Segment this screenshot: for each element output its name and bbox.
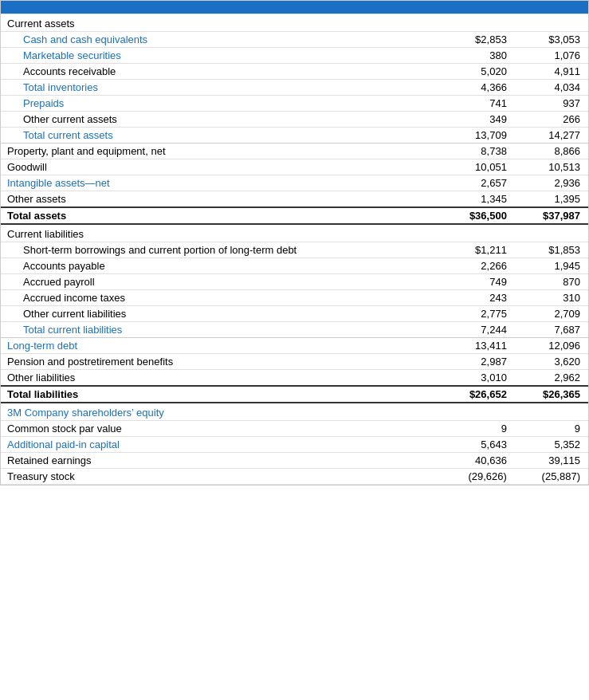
value-2017: 2,709 [515, 306, 588, 322]
value-2018: $36,500 [442, 207, 515, 224]
value-2018: 1,345 [442, 191, 515, 208]
value-2018: $26,652 [442, 386, 515, 403]
value-2017: 2,936 [515, 175, 588, 191]
value-2018: 9 [442, 421, 515, 437]
row-label: Total current assets [1, 128, 442, 144]
row-label: Additional paid-in capital [1, 437, 442, 453]
value-2018: 2,987 [442, 354, 515, 370]
row-label: Goodwill [1, 159, 442, 175]
value-2018: 749 [442, 274, 515, 290]
row-label: 3M Company shareholders’ equity [1, 403, 442, 421]
value-2018: 13,709 [442, 128, 515, 144]
row-label: Property, plant and equipment, net [1, 144, 442, 159]
row-label: Accrued payroll [1, 274, 442, 290]
row-label: Accrued income taxes [1, 290, 442, 306]
row-label: Long-term debt [1, 338, 442, 354]
value-2018: 4,366 [442, 80, 515, 96]
row-label: Other assets [1, 191, 442, 208]
row-label: Other current liabilities [1, 306, 442, 322]
value-2018: 13,411 [442, 338, 515, 354]
value-2017: 7,687 [515, 322, 588, 338]
row-label: Accounts payable [1, 258, 442, 274]
value-2017: $3,053 [515, 32, 588, 48]
row-label: Common stock par value [1, 421, 442, 437]
balance-sheet-container: Current assetsCash and cash equivalents$… [0, 0, 589, 486]
value-2017: 39,115 [515, 453, 588, 469]
value-2018: 3,010 [442, 370, 515, 387]
value-2018: 380 [442, 48, 515, 64]
value-2017: 14,277 [515, 128, 588, 144]
row-label: Treasury stock [1, 469, 442, 485]
row-label: Other current assets [1, 112, 442, 128]
value-2017: 2,962 [515, 370, 588, 387]
value-2018: (29,626) [442, 469, 515, 485]
value-2017 [515, 14, 588, 32]
value-2018: 243 [442, 290, 515, 306]
value-2018: 40,636 [442, 453, 515, 469]
value-2018: $2,853 [442, 32, 515, 48]
value-2017 [515, 403, 588, 421]
row-label: Total current liabilities [1, 322, 442, 338]
value-2018 [442, 403, 515, 421]
value-2017: 4,911 [515, 64, 588, 80]
value-2017: 870 [515, 274, 588, 290]
value-2017: 9 [515, 421, 588, 437]
value-2018: 5,643 [442, 437, 515, 453]
value-2018: 2,775 [442, 306, 515, 322]
balance-sheet-table: Current assetsCash and cash equivalents$… [1, 10, 588, 485]
value-2017: 8,866 [515, 144, 588, 159]
value-2017: (25,887) [515, 469, 588, 485]
value-2017: 5,352 [515, 437, 588, 453]
value-2017: $1,853 [515, 242, 588, 258]
value-2017: 1,076 [515, 48, 588, 64]
row-label: Accounts receivable [1, 64, 442, 80]
value-2018: 2,266 [442, 258, 515, 274]
value-2017: 4,034 [515, 80, 588, 96]
row-label: Short-term borrowings and current portio… [1, 242, 442, 258]
value-2017: $26,365 [515, 386, 588, 403]
row-label: Current assets [1, 14, 442, 32]
value-2018 [442, 14, 515, 32]
value-2018: 10,051 [442, 159, 515, 175]
value-2017: 266 [515, 112, 588, 128]
row-label: Cash and cash equivalents [1, 32, 442, 48]
value-2017: $37,987 [515, 207, 588, 224]
value-2017: 937 [515, 96, 588, 112]
row-label: Prepaids [1, 96, 442, 112]
row-label: Current liabilities [1, 224, 442, 242]
row-label: Total inventories [1, 80, 442, 96]
value-2017: 12,096 [515, 338, 588, 354]
value-2018: 2,657 [442, 175, 515, 191]
row-label: Intangible assets—net [1, 175, 442, 191]
row-label: Total assets [1, 207, 442, 224]
value-2017 [515, 224, 588, 242]
row-label: Total liabilities [1, 386, 442, 403]
value-2018: 741 [442, 96, 515, 112]
value-2017: 1,395 [515, 191, 588, 208]
value-2017: 10,513 [515, 159, 588, 175]
value-2017: 3,620 [515, 354, 588, 370]
row-label: Pension and postretirement benefits [1, 354, 442, 370]
value-2018 [442, 224, 515, 242]
value-2017: 310 [515, 290, 588, 306]
row-label: Other liabilities [1, 370, 442, 387]
value-2018: 8,738 [442, 144, 515, 159]
value-2018: 7,244 [442, 322, 515, 338]
value-2017: 1,945 [515, 258, 588, 274]
value-2018: $1,211 [442, 242, 515, 258]
table-header [1, 1, 588, 10]
value-2018: 5,020 [442, 64, 515, 80]
row-label: Marketable securities [1, 48, 442, 64]
value-2018: 349 [442, 112, 515, 128]
row-label: Retained earnings [1, 453, 442, 469]
